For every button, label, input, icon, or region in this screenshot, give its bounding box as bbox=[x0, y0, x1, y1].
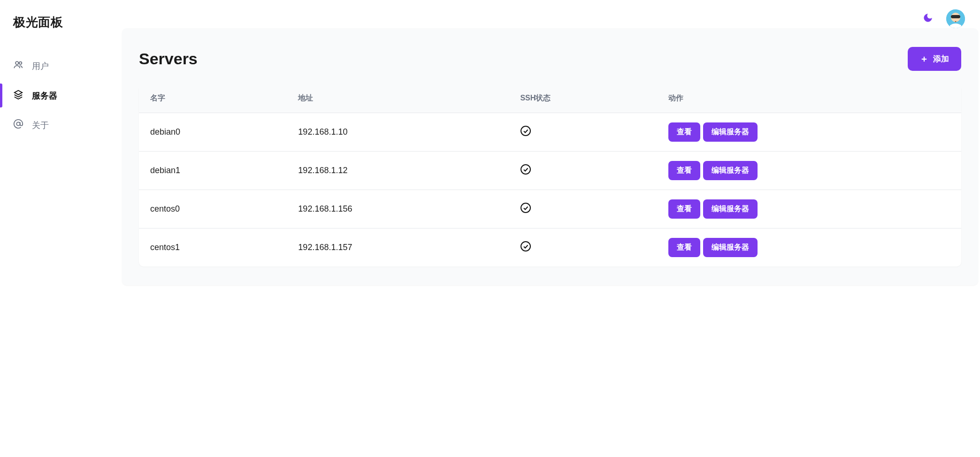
edit-server-button[interactable]: 编辑服务器 bbox=[703, 199, 758, 219]
edit-server-button[interactable]: 编辑服务器 bbox=[703, 122, 758, 142]
svg-point-12 bbox=[521, 203, 530, 213]
dark-mode-toggle[interactable] bbox=[923, 13, 933, 25]
servers-table: 名字 地址 SSH状态 动作 debian0192.168.1.10查看编辑服务… bbox=[139, 84, 961, 267]
sidebar-item-servers[interactable]: 服务器 bbox=[0, 81, 122, 110]
sidebar-item-label: 关于 bbox=[32, 120, 49, 131]
cell-name: centos1 bbox=[139, 228, 287, 267]
svg-point-3 bbox=[16, 122, 20, 125]
at-icon bbox=[13, 119, 23, 131]
cell-address: 192.168.1.157 bbox=[287, 228, 509, 267]
cell-actions: 查看编辑服务器 bbox=[657, 113, 961, 152]
cell-ssh bbox=[509, 113, 657, 152]
cell-address: 192.168.1.12 bbox=[287, 152, 509, 190]
cell-name: centos0 bbox=[139, 190, 287, 228]
users-icon bbox=[13, 60, 23, 72]
view-button[interactable]: 查看 bbox=[668, 238, 700, 257]
main-content: Servers 添加 名字 地址 SSH状态 动作 bbox=[122, 28, 978, 285]
avatar-icon bbox=[946, 9, 965, 28]
moon-icon bbox=[923, 13, 933, 23]
view-button[interactable]: 查看 bbox=[668, 199, 700, 219]
table-row: debian0192.168.1.10查看编辑服务器 bbox=[139, 113, 961, 152]
sidebar-item-label: 用户 bbox=[32, 61, 49, 72]
nav: 用户 服务器 关于 bbox=[0, 51, 122, 140]
cell-address: 192.168.1.10 bbox=[287, 113, 509, 152]
th-actions: 动作 bbox=[657, 84, 961, 113]
brand-title: 极光面板 bbox=[0, 4, 122, 41]
cell-name: debian1 bbox=[139, 152, 287, 190]
cell-address: 192.168.1.156 bbox=[287, 190, 509, 228]
page-title: Servers bbox=[139, 50, 198, 68]
sidebar: 极光面板 用户 服务器 关于 bbox=[0, 0, 122, 457]
avatar[interactable] bbox=[946, 9, 965, 28]
servers-table-card: 名字 地址 SSH状态 动作 debian0192.168.1.10查看编辑服务… bbox=[139, 84, 961, 267]
svg-point-0 bbox=[15, 61, 18, 64]
check-circle-icon bbox=[520, 206, 531, 215]
th-name: 名字 bbox=[139, 84, 287, 113]
edit-server-button[interactable]: 编辑服务器 bbox=[703, 238, 758, 257]
svg-point-13 bbox=[521, 242, 530, 251]
svg-marker-2 bbox=[15, 91, 23, 95]
add-button-label: 添加 bbox=[933, 53, 949, 64]
th-ssh: SSH状态 bbox=[509, 84, 657, 113]
view-button[interactable]: 查看 bbox=[668, 161, 700, 180]
th-address: 地址 bbox=[287, 84, 509, 113]
check-circle-icon bbox=[520, 244, 531, 254]
add-button[interactable]: 添加 bbox=[908, 47, 961, 71]
table-row: centos0192.168.1.156查看编辑服务器 bbox=[139, 190, 961, 228]
svg-point-11 bbox=[521, 165, 530, 174]
sidebar-item-label: 服务器 bbox=[32, 90, 57, 101]
cell-actions: 查看编辑服务器 bbox=[657, 152, 961, 190]
cell-ssh bbox=[509, 228, 657, 267]
page-header: Servers 添加 bbox=[139, 47, 961, 71]
svg-point-1 bbox=[19, 62, 22, 65]
edit-server-button[interactable]: 编辑服务器 bbox=[703, 161, 758, 180]
view-button[interactable]: 查看 bbox=[668, 122, 700, 142]
cell-ssh bbox=[509, 152, 657, 190]
cell-ssh bbox=[509, 190, 657, 228]
check-circle-icon bbox=[520, 168, 531, 177]
sidebar-item-users[interactable]: 用户 bbox=[0, 51, 122, 81]
topbar-right bbox=[923, 9, 965, 28]
cell-actions: 查看编辑服务器 bbox=[657, 190, 961, 228]
svg-rect-6 bbox=[951, 15, 960, 18]
table-row: debian1192.168.1.12查看编辑服务器 bbox=[139, 152, 961, 190]
plus-icon bbox=[920, 55, 928, 63]
layers-icon bbox=[13, 89, 23, 102]
cell-name: debian0 bbox=[139, 113, 287, 152]
svg-point-10 bbox=[521, 126, 530, 136]
cell-actions: 查看编辑服务器 bbox=[657, 228, 961, 267]
svg-rect-7 bbox=[955, 21, 957, 22]
check-circle-icon bbox=[520, 129, 531, 138]
table-row: centos1192.168.1.157查看编辑服务器 bbox=[139, 228, 961, 267]
sidebar-item-about[interactable]: 关于 bbox=[0, 110, 122, 140]
